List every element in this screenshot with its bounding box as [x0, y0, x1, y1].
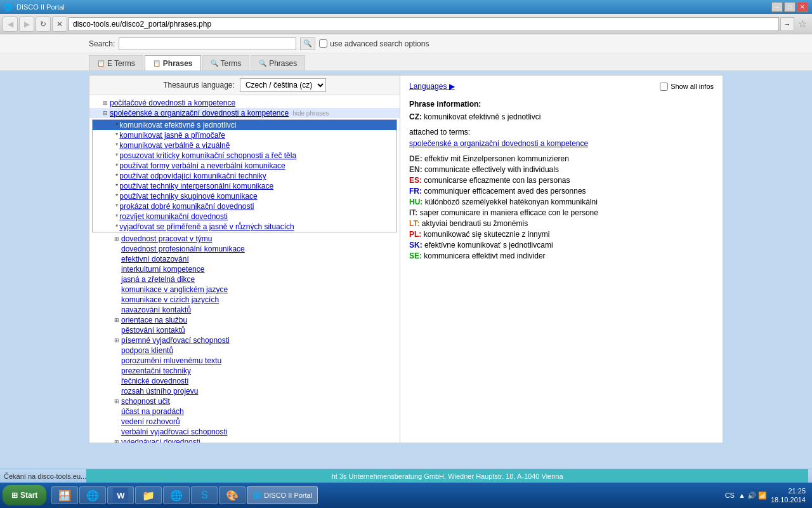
taskbar-icon-word[interactable]: W	[107, 486, 134, 504]
list-item[interactable]: ⊞ podpora klientů	[89, 345, 400, 356]
search-button[interactable]: 🔍	[300, 37, 315, 50]
list-item[interactable]: ⊞ počítačové dovednosti a kompetence	[89, 98, 400, 108]
list-item[interactable]: * posuzovat kriticky komunikační schopno…	[93, 150, 396, 161]
tree-node-label[interactable]: komunikace v anglickém jazyce	[121, 285, 228, 294]
search-input[interactable]	[119, 37, 296, 50]
language-select[interactable]: Czech / čeština (cz)	[240, 78, 326, 92]
tree-node-label[interactable]: písemné vyjadřovací schopnosti	[121, 336, 230, 345]
advanced-search-checkbox[interactable]	[319, 39, 327, 48]
list-item[interactable]: * prokázat dobré komunikační dovednosti	[93, 201, 396, 211]
hide-phrases-link[interactable]: hide phrases	[292, 110, 329, 117]
tree-expand-icon[interactable]: ⊞	[112, 336, 121, 345]
tree-node-label[interactable]: řečnické dovednosti	[121, 377, 188, 385]
list-item[interactable]: ⊞ jasná a zřetelná dikce	[89, 274, 400, 284]
phrase-label[interactable]: používat odpovídající komunikační techni…	[119, 171, 266, 180]
tree-node-label[interactable]: společenské a organizační dovednosti a k…	[110, 109, 289, 117]
tree-node-label[interactable]: jasná a zřetelná dikce	[121, 275, 195, 284]
list-item[interactable]: ⊞ řečnické dovednosti	[89, 376, 400, 386]
languages-toggle[interactable]: Languages ▶	[409, 82, 455, 91]
go-button[interactable]: →	[780, 17, 794, 31]
tree-node-label[interactable]: prezentační techniky	[121, 366, 191, 375]
taskbar-icon-ie[interactable]: 🌐	[79, 486, 106, 504]
address-bar[interactable]	[69, 17, 779, 31]
tree-node-label[interactable]: orientace na službu	[121, 316, 187, 324]
tree-node-label[interactable]: schopnost učit	[121, 397, 170, 406]
list-item[interactable]: ⊞ pěstování kontaktů	[89, 325, 400, 335]
tree-node-label[interactable]: dovednost profesionální komunikace	[121, 244, 245, 253]
phrase-label[interactable]: prokázat dobré komunikační dovednosti	[119, 202, 254, 211]
tree-expand-icon[interactable]: ⊞	[112, 397, 121, 406]
taskbar-icon-paint[interactable]: 🎨	[219, 486, 246, 504]
taskbar-icon-chrome[interactable]: 🌐	[163, 486, 190, 504]
tree-expand-icon[interactable]: ⊞	[101, 98, 110, 107]
tree-node-label[interactable]: podpora klientů	[121, 346, 173, 355]
list-item[interactable]: * rozvíjet komunikační dovednosti	[93, 211, 396, 222]
tab-e-terms[interactable]: 📋 E Terms	[89, 55, 143, 70]
list-item[interactable]: ⊞ vyjednávací dovednosti	[89, 437, 400, 443]
tab-terms[interactable]: 🔍 Terms	[202, 55, 250, 70]
phrase-label[interactable]: vyjadřovat se přiměřeně a jasně v různýc…	[119, 222, 294, 231]
phrase-label[interactable]: posuzovat kriticky komunikační schopnost…	[119, 151, 296, 160]
phrase-label[interactable]: používat techniky skupinové komunikace	[119, 192, 257, 201]
tree-node-label[interactable]: vyjednávací dovednosti	[121, 438, 200, 443]
stop-button[interactable]: ✕	[52, 17, 67, 32]
tab-phrases2[interactable]: 🔍 Phrases	[251, 55, 305, 70]
tree-node-label[interactable]: efektivní dotazování	[121, 255, 189, 264]
list-item[interactable]: * vyjadřovat se přiměřeně a jasně v různ…	[93, 222, 396, 232]
attached-term-link[interactable]: společenské a organizační dovednosti a k…	[409, 139, 714, 148]
list-item[interactable]: ⊞ dovednost profesionální komunikace	[89, 244, 400, 254]
tree-node-label[interactable]: porozumění mluvenému textu	[121, 356, 221, 365]
refresh-button[interactable]: ↻	[36, 17, 51, 32]
phrase-label[interactable]: používat formy verbální a neverbální kom…	[119, 161, 285, 170]
tree-node-label[interactable]: komunikace v cizích jazycích	[121, 295, 219, 304]
tree-node-label[interactable]: verbální vyjadřovací schopnosti	[121, 427, 227, 436]
list-item[interactable]: ⊞ schopnost učit	[89, 396, 400, 406]
taskbar-icon-skype[interactable]: S	[191, 486, 218, 504]
phrase-label[interactable]: komunikovat verbálně a vizuálně	[119, 141, 230, 150]
back-button[interactable]: ◀	[3, 17, 18, 32]
list-item[interactable]: ⊟ společenské a organizační dovednosti a…	[89, 108, 400, 118]
list-item[interactable]: * používat odpovídající komunikační tech…	[93, 171, 396, 181]
phrase-label[interactable]: komunikovat efektivně s jednotlivci	[119, 121, 236, 130]
phrase-label[interactable]: rozvíjet komunikační dovednosti	[119, 212, 228, 221]
list-item[interactable]: * používat formy verbální a neverbální k…	[93, 161, 396, 171]
list-item[interactable]: ⊞ verbální vyjadřovací schopnosti	[89, 427, 400, 437]
taskbar-icon-explorer[interactable]: 📁	[135, 486, 162, 504]
tree-area[interactable]: ⊞ počítačové dovednosti a kompetence ⊟ s…	[89, 95, 400, 443]
tree-expand-icon[interactable]: ⊞	[112, 316, 121, 324]
tree-node-label[interactable]: dovednost pracovat v týmu	[121, 234, 212, 243]
list-item[interactable]: ⊞ interkulturní kompetence	[89, 264, 400, 274]
minimize-button[interactable]: ─	[771, 2, 783, 12]
list-item[interactable]: ⊞ účast na poradách	[89, 406, 400, 417]
favorites-button[interactable]: ☆	[796, 17, 809, 31]
tree-node-label[interactable]: účast na poradách	[121, 407, 184, 416]
list-item[interactable]: * používat techniky skupinové komunikace	[93, 191, 396, 201]
tree-expand-icon[interactable]: ⊞	[112, 234, 121, 243]
list-item[interactable]: ⊞ vedení rozhovorů	[89, 417, 400, 427]
phrase-label[interactable]: používat techniky interpersonální komuni…	[119, 182, 273, 190]
close-button[interactable]: ✕	[797, 2, 808, 12]
list-item[interactable]: ⊞ porozumění mluvenému textu	[89, 356, 400, 366]
list-item[interactable]: ⊞ komunikace v cizích jazycích	[89, 295, 400, 305]
tree-node-label[interactable]: vedení rozhovorů	[121, 417, 180, 426]
list-item[interactable]: ⊞ navazování kontaktů	[89, 305, 400, 315]
tree-node-label[interactable]: pěstování kontaktů	[121, 326, 185, 335]
tree-node-label[interactable]: interkulturní kompetence	[121, 265, 204, 274]
list-item[interactable]: * komunikovat verbálně a vizuálně	[93, 140, 396, 150]
list-item[interactable]: ⊞ písemné vyjadřovací schopnosti	[89, 335, 400, 345]
taskbar-icon-windows[interactable]: 🪟	[51, 486, 78, 504]
list-item[interactable]: * komunikovat efektivně s jednotlivci	[93, 120, 396, 130]
tree-node-label[interactable]: rozsah ústního projevu	[121, 387, 198, 396]
list-item[interactable]: ⊞ rozsah ústního projevu	[89, 386, 400, 396]
forward-button[interactable]: ▶	[19, 17, 34, 32]
show-all-checkbox[interactable]	[660, 83, 668, 91]
list-item[interactable]: * komunikovat jasně a přímočaře	[93, 130, 396, 140]
tree-node-label[interactable]: počítačové dovednosti a kompetence	[110, 98, 235, 107]
list-item[interactable]: ⊞ dovednost pracovat v týmu	[89, 234, 400, 244]
tree-expand-icon[interactable]: ⊞	[112, 438, 121, 443]
list-item[interactable]: ⊞ orientace na službu	[89, 315, 400, 325]
list-item[interactable]: * používat techniky interpersonální komu…	[93, 181, 396, 191]
list-item[interactable]: ⊞ komunikace v anglickém jazyce	[89, 284, 400, 295]
tab-phrases[interactable]: 📋 Phrases	[145, 55, 201, 70]
tree-node-label[interactable]: navazování kontaktů	[121, 305, 191, 314]
